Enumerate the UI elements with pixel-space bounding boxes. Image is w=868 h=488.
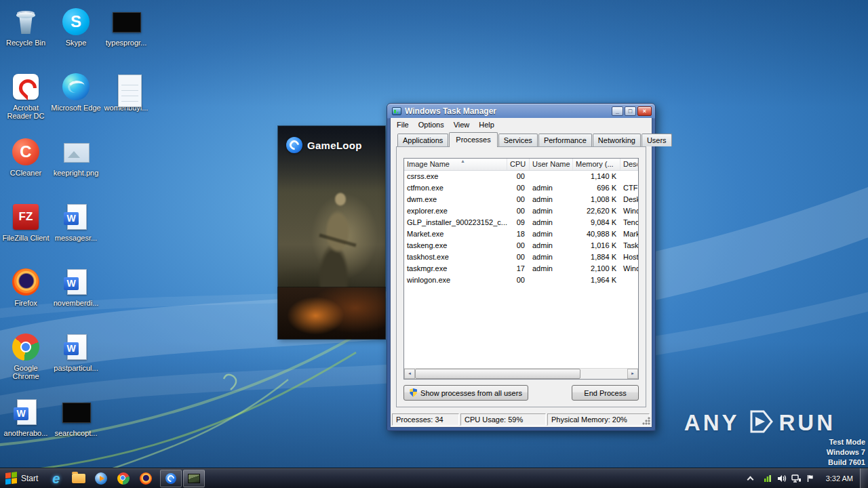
menu-item[interactable]: View [449,119,475,130]
chrome-taskbar-icon[interactable] [112,469,134,488]
volume-icon[interactable] [775,474,789,483]
tab[interactable]: Processes [449,132,497,147]
show-desktop-button[interactable] [860,468,868,488]
status-bar: Processes: 34 CPU Usage: 59% Physical Me… [391,413,652,427]
tab[interactable]: Services [498,134,538,146]
image-window-taskbar-icon [188,474,200,483]
process-row[interactable]: winlogon.exe 00 1,964 K [404,274,638,286]
desktop-icon-glyph [11,202,41,232]
taskbar: Start e 3:32 AM [0,468,868,488]
anyrun-logo-text-any: ANY [684,410,740,436]
column-image-name[interactable]: Image Name ▲ [404,159,507,170]
tab[interactable]: Networking [593,134,641,146]
column-description[interactable]: Desc [620,159,638,170]
process-name: Market.exe [404,228,507,240]
tray-status-icon[interactable] [761,474,775,483]
process-row[interactable]: csrss.exe 00 1,140 K [404,171,638,182]
desktop-icon[interactable]: Acrobat Reader DC [0,70,52,136]
process-memory: 40,988 K [573,228,620,240]
tab[interactable]: Users [642,134,672,146]
column-user-name[interactable]: User Name [530,159,573,170]
desktop-icon[interactable]: Microsoft Edge [50,70,102,136]
watermark-build: Build 7601 [684,458,865,468]
process-row[interactable]: explorer.exe 00 admin 22,620 K Wind [404,205,638,217]
show-all-users-button[interactable]: Show processes from all users [403,385,528,401]
desktop-icon[interactable]: pastparticul... [50,331,102,396]
process-name: winlogon.exe [404,274,507,286]
process-rows: csrss.exe 00 1,140 K ctfmon.exe 00 [404,171,638,286]
process-name: GLP_installer_900223152_c... [404,217,507,228]
horizontal-scrollbar[interactable]: ◄ ► [404,368,638,379]
desktop-icon[interactable]: FileZilla Client [0,201,52,266]
start-button[interactable]: Start [0,468,45,488]
column-memory[interactable]: Memory (... [573,159,620,170]
firefox-taskbar-icon[interactable] [134,469,157,488]
end-process-button[interactable]: End Process [572,385,639,401]
desktop-icon-label: Acrobat Reader DC [0,104,52,120]
process-row[interactable]: Market.exe 18 admin 40,988 K Mark [404,228,638,240]
desktop-icon-glyph [11,7,41,37]
process-row[interactable]: ctfmon.exe 00 admin 696 K CTF l [404,182,638,194]
media-player-icon[interactable] [90,469,112,488]
process-name: explorer.exe [404,205,507,217]
resize-grip[interactable] [642,416,651,426]
desktop-icon[interactable]: Google Chrome [0,331,52,396]
desktop-icon[interactable]: womenbuyi... [100,70,152,136]
process-row[interactable]: taskhost.exe 00 admin 1,884 K Host [404,251,638,263]
process-row[interactable]: taskmgr.exe 17 admin 2,100 K Wind [404,263,638,274]
menu-item[interactable]: Options [414,119,449,130]
desktop-icon[interactable]: Skype [50,5,102,70]
gameloop-artwork-strip[interactable] [278,287,385,339]
menu-item[interactable]: File [392,119,414,130]
process-row[interactable]: GLP_installer_900223152_c... 09 admin 9,… [404,217,638,228]
process-user: admin [530,228,573,240]
desktop-icon[interactable]: typesprogr... [100,5,152,70]
hidden-icons-chevron[interactable] [747,476,753,483]
sort-ascending-icon: ▲ [460,159,465,163]
watermark-os: Windows 7 [684,447,865,458]
process-name: taskmgr.exe [404,263,507,274]
show-all-users-label: Show processes from all users [420,389,522,397]
explorer-folder-icon[interactable] [67,469,90,488]
desktop-icon-label: anotherabo... [4,429,48,437]
process-row[interactable]: taskeng.exe 00 admin 1,016 K Task [404,240,638,251]
desktop-icon[interactable]: novemberdi... [50,266,102,331]
action-center-flag-icon[interactable] [804,474,818,483]
minimize-button[interactable]: _ [612,106,623,116]
maximize-button[interactable]: □ [625,106,636,116]
processes-tab-page: Image Name ▲ CPU User Name Memory (... D… [396,146,646,407]
internet-explorer-icon[interactable]: e [45,469,67,488]
title-bar[interactable]: Windows Task Manager _ □ × [390,104,652,118]
tab[interactable]: Applications [397,134,448,146]
process-description: Mark [620,228,638,240]
desktop-icon[interactable]: searchcopt... [50,396,102,461]
process-user: admin [530,240,573,251]
desktop-icon[interactable]: anotherabo... [0,396,52,461]
column-cpu[interactable]: CPU [507,159,530,170]
desktop-icon[interactable]: messagesr... [50,201,102,266]
menu-bar: FileOptionsViewHelp [391,118,652,131]
desktop-icon[interactable]: Firefox [0,266,52,331]
task-manager-window: Windows Task Manager _ □ × FileOptionsVi… [387,103,656,431]
taskbar-app-image-window[interactable] [183,470,205,487]
list-header: Image Name ▲ CPU User Name Memory (... D… [404,159,638,171]
tab[interactable]: Performance [538,134,592,146]
clock[interactable]: 3:32 AM [818,474,860,483]
scroll-left-button[interactable]: ◄ [404,369,415,379]
scroll-right-button[interactable]: ► [627,369,638,379]
desktop-icon[interactable]: CCleaner [0,136,52,201]
desktop-icon[interactable]: Recycle Bin [0,5,52,70]
scrollbar-track[interactable] [415,369,627,379]
menu-item[interactable]: Help [474,119,499,130]
task-manager-icon [392,107,401,115]
process-description: Host [620,251,638,263]
process-cpu: 00 [507,274,530,286]
taskbar-app-gameloop[interactable] [160,470,182,487]
scrollbar-thumb[interactable] [415,369,580,379]
close-button[interactable]: × [637,106,652,116]
system-tray: 3:32 AM [748,468,868,488]
desktop-icon[interactable]: keepright.png [50,136,102,201]
process-row[interactable]: dwm.exe 00 admin 1,008 K Desk [404,194,638,205]
network-icon[interactable] [789,474,804,483]
status-processes: Processes: 34 [392,413,459,426]
